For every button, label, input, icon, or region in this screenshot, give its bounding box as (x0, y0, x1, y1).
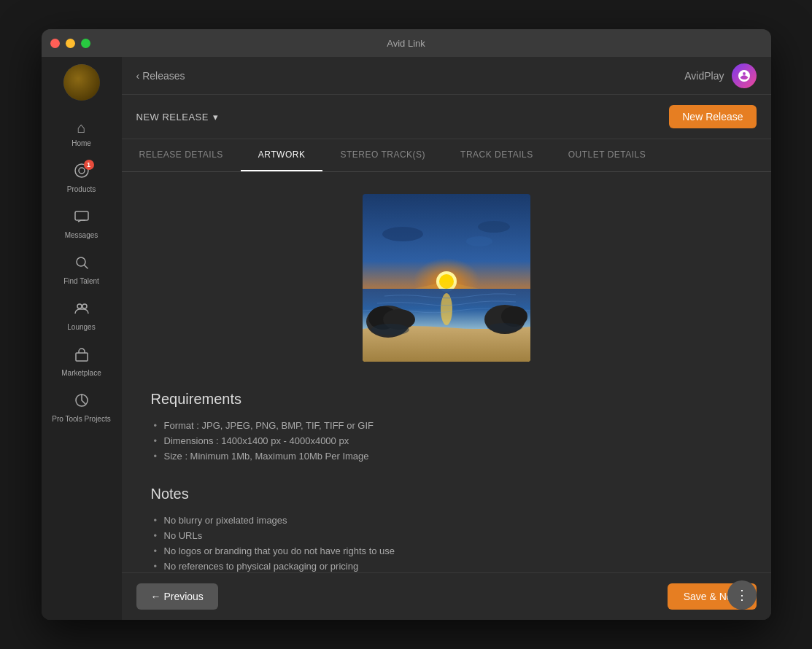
sidebar-item-marketplace[interactable]: Marketplace (42, 339, 122, 385)
back-label: Releases (142, 70, 185, 82)
svg-point-6 (82, 304, 87, 308)
tab-release-details[interactable]: RELEASE DETAILS (122, 139, 241, 171)
tab-outlet-details[interactable]: OUTLET DETAILS (551, 139, 664, 171)
main-content: ‹ Releases AvidPlay NEW RELEASE ▾ (122, 57, 771, 620)
products-icon: 1 (74, 163, 90, 182)
requirements-title: Requirements (151, 391, 742, 408)
sidebar: ⌂ Home 1 Products (42, 57, 122, 620)
avatar-image (63, 64, 100, 101)
note-item: No URLs (151, 528, 742, 543)
back-link[interactable]: ‹ Releases (136, 70, 185, 82)
release-header: NEW RELEASE ▾ New Release (122, 95, 771, 139)
artwork-image[interactable] (363, 194, 530, 362)
svg-point-13 (382, 227, 423, 241)
lounges-icon (74, 300, 90, 320)
find-talent-icon (74, 254, 90, 274)
requirements-list: Format : JPG, JPEG, PNG, BMP, TIF, TIFF … (151, 418, 742, 464)
sidebar-item-label-lounges: Lounges (67, 323, 95, 332)
chevron-down-icon: ▾ (213, 112, 219, 123)
artwork-container (151, 194, 742, 362)
svg-point-14 (478, 221, 510, 233)
window-title: Avid Link (387, 38, 425, 49)
sidebar-item-label-home: Home (71, 139, 91, 148)
products-badge: 1 (84, 160, 94, 170)
sidebar-item-label-products: Products (67, 185, 96, 194)
footer-actions: Save & Next ⋮ (668, 583, 757, 610)
sidebar-item-label-pro-tools: Pro Tools Projects (52, 415, 110, 424)
app-window: Avid Link ⌂ Home 1 Produc (42, 29, 771, 620)
svg-point-21 (371, 324, 409, 335)
more-options-button[interactable]: ⋮ (727, 580, 757, 610)
sidebar-item-lounges[interactable]: Lounges (42, 293, 122, 339)
footer: ← Previous Save & Next ⋮ (122, 572, 771, 620)
user-avatar[interactable] (63, 64, 100, 101)
app-body: ⌂ Home 1 Products (42, 57, 771, 620)
svg-rect-2 (75, 211, 88, 220)
note-item: No blurry or pixelated images (151, 513, 742, 528)
previous-button[interactable]: ← Previous (136, 583, 218, 610)
svg-line-4 (84, 265, 88, 269)
sidebar-item-products[interactable]: 1 Products (42, 155, 122, 201)
sidebar-item-home[interactable]: ⌂ Home (42, 112, 122, 155)
sidebar-item-label-marketplace: Marketplace (61, 369, 101, 378)
notes-list: No blurry or pixelated images No URLs No… (151, 513, 742, 572)
close-button[interactable] (50, 39, 60, 48)
tabs-bar: RELEASE DETAILS ARTWORK STEREO TRACK(S) … (122, 139, 771, 172)
new-release-button[interactable]: New Release (669, 105, 756, 128)
pro-tools-icon (74, 392, 90, 412)
note-item: No logos or branding that you do not hav… (151, 543, 742, 559)
requirements-section: Requirements Format : JPG, JPEG, PNG, BM… (151, 391, 742, 464)
messages-icon (74, 209, 90, 228)
notes-section: Notes No blurry or pixelated images No U… (151, 486, 742, 572)
note-item: No references to physical packaging or p… (151, 559, 742, 572)
chevron-left-icon: ‹ (136, 70, 140, 82)
traffic-lights (50, 39, 90, 48)
svg-rect-7 (76, 353, 88, 361)
requirement-item: Dimensions : 1400x1400 px - 4000x4000 px (151, 433, 742, 448)
sidebar-item-find-talent[interactable]: Find Talent (42, 247, 122, 293)
avidplay-label: AvidPlay (684, 70, 724, 82)
marketplace-icon (74, 346, 90, 366)
sidebar-item-messages[interactable]: Messages (42, 201, 122, 247)
home-icon: ⌂ (77, 120, 85, 136)
sidebar-item-pro-tools[interactable]: Pro Tools Projects (42, 385, 122, 431)
topbar-right: AvidPlay (684, 63, 756, 88)
svg-point-15 (466, 236, 492, 246)
avidplay-avatar[interactable] (732, 63, 757, 88)
maximize-button[interactable] (81, 39, 90, 48)
notes-title: Notes (151, 486, 742, 502)
requirement-item: Format : JPG, JPEG, PNG, BMP, TIF, TIFF … (151, 418, 742, 433)
requirement-item: Size : Minimum 1Mb, Maximum 10Mb Per Ima… (151, 448, 742, 464)
titlebar: Avid Link (42, 29, 771, 57)
content-area: Requirements Format : JPG, JPEG, PNG, BM… (122, 172, 771, 572)
svg-point-5 (77, 304, 82, 308)
tab-artwork[interactable]: ARTWORK (241, 139, 323, 171)
sidebar-item-label-messages: Messages (65, 231, 98, 240)
svg-point-24 (487, 323, 522, 332)
minimize-button[interactable] (66, 39, 75, 48)
topbar: ‹ Releases AvidPlay (122, 57, 771, 95)
sidebar-item-label-find-talent: Find Talent (63, 277, 99, 286)
svg-point-1 (79, 168, 85, 174)
tab-stereo-tracks[interactable]: STEREO TRACK(S) (322, 139, 443, 171)
tab-track-details[interactable]: TRACK DETAILS (443, 139, 551, 171)
new-release-label: NEW RELEASE ▾ (136, 112, 219, 123)
new-release-text: NEW RELEASE (136, 112, 209, 123)
